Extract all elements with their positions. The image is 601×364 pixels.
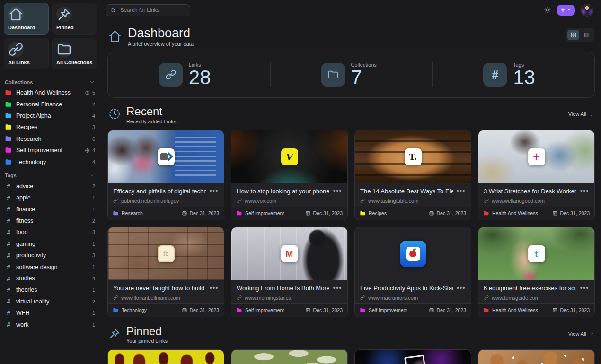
link-url-text: www.wellandgood.com [492, 198, 545, 204]
tag-item[interactable]: #work1 [0, 319, 101, 330]
card-collection[interactable]: Health And Wellness [483, 210, 538, 217]
link-thumbnail: t [478, 227, 594, 280]
tag-item[interactable]: #finance1 [0, 204, 101, 215]
collection-item[interactable]: Health And Wellness5 [0, 87, 101, 98]
card-body: You are never taught how to build qualit… [108, 280, 224, 303]
hash-icon: # [5, 240, 12, 247]
card-menu-button[interactable]: ••• [333, 188, 342, 193]
tag-count: 1 [92, 287, 95, 293]
card-date-text: Dec 31, 2023 [313, 307, 343, 313]
link-card[interactable]: +3 Wrist Stretches for Desk Workers to D… [478, 130, 595, 220]
tag-item[interactable]: #advice2 [0, 181, 101, 192]
stat-value: 28 [189, 68, 219, 88]
home-icon-wrap [8, 7, 24, 22]
tags-section-header[interactable]: Tags [0, 168, 101, 181]
tag-item[interactable]: #productivity3 [0, 250, 101, 261]
grid-view-button[interactable] [567, 30, 579, 40]
caret-down-icon [566, 8, 571, 12]
card-collection[interactable]: Health And Wellness [483, 307, 538, 313]
card-collection[interactable]: Recipes [360, 210, 387, 217]
folder-icon [483, 307, 489, 313]
recent-view-all-link[interactable]: View All [568, 111, 594, 117]
tag-count: 1 [92, 195, 95, 200]
link-card[interactable]: T.The 14 Absolute Best Ways To Elevate F… [354, 130, 471, 220]
hash-icon: # [5, 275, 12, 282]
chevron-down-icon[interactable] [89, 173, 95, 179]
tag-count: 2 [92, 299, 95, 304]
folder-icon [236, 307, 242, 313]
search-input[interactable] [119, 7, 186, 13]
collection-item[interactable]: Technology4 [0, 156, 101, 167]
search-icon [110, 7, 116, 13]
link-url-text: www.morningstar.ca [245, 295, 291, 301]
tag-item[interactable]: #WFH1 [0, 307, 101, 319]
card-menu-button[interactable]: ••• [580, 188, 589, 193]
link-title: Working From Home Is Both More and L... [237, 285, 329, 292]
link-thumbnail [108, 130, 224, 183]
add-new-button[interactable]: + [557, 5, 575, 16]
site-logo: fb [158, 245, 175, 262]
sidebar-tile-all-collections[interactable]: All Collections [52, 38, 97, 69]
list-view-button[interactable] [581, 30, 592, 40]
card-date-text: Dec 31, 2023 [560, 307, 590, 313]
card-menu-button[interactable]: ••• [580, 285, 589, 290]
chevron-down-icon[interactable] [89, 79, 95, 85]
count-value: 4 [92, 159, 95, 165]
collection-name: Technology [16, 159, 88, 165]
collection-item[interactable]: Recipes3 [0, 121, 101, 133]
link-card[interactable]: VHow to stop looking at your phone - Vox… [231, 130, 348, 220]
link-card[interactable]: fbYou are never taught how to build qual… [107, 227, 224, 317]
card-date: Dec 31, 2023 [552, 210, 590, 216]
collections-section-header[interactable]: Collections [0, 74, 101, 87]
tag-item[interactable]: #virtual reality2 [0, 296, 101, 307]
link-card[interactable]: Five Productivity Apps to Kick-Start the… [354, 227, 471, 317]
sidebar-tile-dashboard[interactable]: Dashboard [4, 3, 49, 35]
collection-item[interactable]: Personal Finance2 [0, 98, 101, 110]
card-collection[interactable]: Research [113, 210, 143, 217]
card-body: How to stop looking at your phone - Vox•… [231, 183, 347, 207]
hash-icon: # [5, 194, 12, 201]
pinned-view-all-link[interactable]: View All [568, 331, 594, 337]
card-menu-button[interactable]: ••• [457, 285, 466, 290]
avatar[interactable] [581, 4, 593, 17]
tag-item[interactable]: #food3 [0, 226, 101, 238]
folder-icon [360, 307, 366, 313]
card-menu-button[interactable]: ••• [210, 188, 219, 193]
collection-item[interactable]: Self Improvement4 [0, 145, 101, 156]
rows-icon [583, 32, 590, 38]
tag-item[interactable]: #apple1 [0, 192, 101, 203]
card-collection[interactable]: Self Improvement [236, 210, 284, 217]
tag-item[interactable]: #fitness2 [0, 215, 101, 226]
link-card[interactable]: Efficacy and pitfalls of digital technol… [107, 130, 224, 220]
pinned-link-card[interactable] [354, 349, 471, 364]
tag-item[interactable]: #theories1 [0, 284, 101, 295]
calendar-icon [429, 210, 434, 216]
card-menu-button[interactable]: ••• [333, 285, 342, 290]
card-collection[interactable]: Self Improvement [236, 307, 284, 313]
card-collection-name: Technology [122, 307, 147, 313]
folder-icon [5, 89, 12, 96]
tag-item[interactable]: #studies4 [0, 273, 101, 284]
collection-item[interactable]: Project Alpha4 [0, 110, 101, 121]
pinned-link-card[interactable] [107, 349, 224, 364]
sidebar-tile-pinned[interactable]: Pinned [52, 3, 97, 35]
search-bar[interactable] [106, 4, 190, 16]
collection-count: 6 [92, 136, 95, 142]
theme-toggle-button[interactable] [544, 6, 551, 14]
link-thumbnail [355, 227, 471, 280]
card-collection[interactable]: Self Improvement [360, 307, 407, 313]
link-card[interactable]: t6 equipment free exercises for sculptin… [478, 227, 595, 317]
tag-item[interactable]: #gaming1 [0, 238, 101, 250]
hash-icon: # [5, 229, 12, 236]
collection-item[interactable]: Research6 [0, 133, 101, 145]
pinned-link-card[interactable] [478, 349, 595, 364]
link-card[interactable]: MWorking From Home Is Both More and L...… [231, 227, 348, 317]
card-menu-button[interactable]: ••• [457, 188, 466, 193]
card-collection[interactable]: Technology [113, 307, 147, 313]
pinned-link-card[interactable] [231, 349, 348, 364]
tag-item[interactable]: #software design1 [0, 261, 101, 272]
card-menu-button[interactable]: ••• [210, 285, 219, 290]
link-thumbnail: V [231, 130, 347, 183]
sidebar-tile-all-links[interactable]: All Links [4, 38, 49, 69]
link-title: You are never taught how to build qualit… [113, 285, 206, 292]
